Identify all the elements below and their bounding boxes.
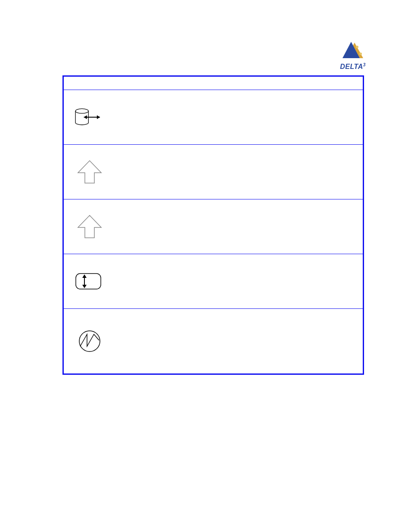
delta-triangle-icon xyxy=(340,41,366,62)
table-row xyxy=(64,145,363,199)
svg-point-4 xyxy=(75,109,88,113)
svg-point-3 xyxy=(359,53,362,55)
arrow-up-outline-icon xyxy=(72,159,107,185)
table-row xyxy=(64,90,363,145)
document-page: DELTA3 xyxy=(0,0,411,532)
svg-point-2 xyxy=(356,46,358,48)
table-row xyxy=(64,309,363,373)
brand-logo: DELTA3 xyxy=(336,41,370,71)
cylinder-output-icon xyxy=(72,104,107,130)
svg-rect-10 xyxy=(76,274,101,289)
brand-name: DELTA3 xyxy=(336,62,370,71)
svg-marker-13 xyxy=(82,285,87,288)
svg-marker-9 xyxy=(78,215,101,238)
arrow-up-outline-icon xyxy=(72,214,107,240)
circle-sawtooth-icon xyxy=(72,328,107,354)
svg-marker-6 xyxy=(97,115,100,119)
svg-marker-8 xyxy=(78,161,101,183)
table-row xyxy=(64,199,363,254)
table-header-row xyxy=(64,77,363,90)
brand-name-text: DELTA xyxy=(340,63,363,70)
symbol-table xyxy=(62,75,364,375)
rounded-rect-updown-icon xyxy=(72,268,107,294)
svg-marker-7 xyxy=(84,115,87,119)
svg-marker-12 xyxy=(82,274,87,278)
brand-superscript: 3 xyxy=(363,62,366,67)
table-row xyxy=(64,254,363,309)
